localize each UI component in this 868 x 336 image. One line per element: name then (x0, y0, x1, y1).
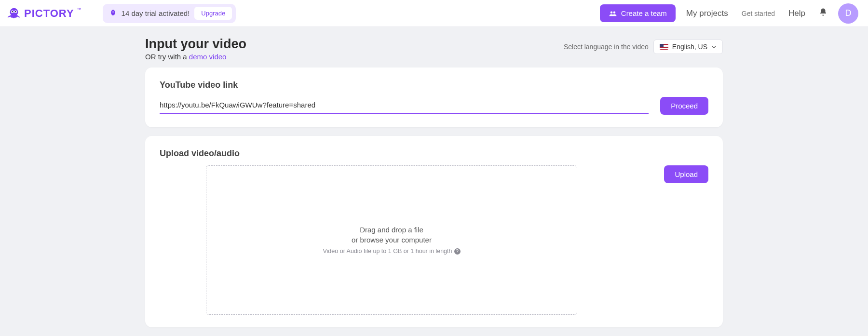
trial-text: 14 day trial activated! (122, 9, 190, 17)
upgrade-button[interactable]: Upgrade (194, 7, 232, 20)
language-row: Select language in the video English, US (564, 40, 723, 54)
create-team-button[interactable]: Create a team (600, 4, 676, 22)
user-avatar[interactable]: D (838, 3, 858, 24)
upload-card: Upload video/audio Drag and drop a file … (145, 136, 723, 327)
chevron-down-icon (711, 44, 717, 50)
rocket-icon (109, 9, 117, 18)
page-title: Input your video (145, 37, 246, 52)
language-selector[interactable]: English, US (653, 40, 723, 54)
main-content: Input your video OR try with a demo vide… (142, 37, 726, 327)
top-header: PICTORY™ 14 day trial activated! Upgrade… (0, 0, 868, 27)
nav-get-started[interactable]: Get started (739, 10, 778, 17)
dropzone-line1: Drag and drop a file (360, 226, 423, 234)
youtube-url-input[interactable] (160, 98, 649, 114)
svg-point-6 (613, 11, 616, 13)
octopus-icon (7, 6, 21, 21)
demo-video-link[interactable]: demo video (189, 53, 227, 61)
dropzone-hint: Video or Audio file up to 1 GB or 1 hour… (323, 248, 460, 255)
nav-help[interactable]: Help (786, 9, 808, 18)
svg-point-3 (12, 11, 13, 12)
team-icon (609, 10, 617, 17)
trademark: ™ (77, 7, 81, 12)
info-icon[interactable]: ? (454, 248, 461, 255)
notifications-icon[interactable] (816, 8, 830, 19)
brand-name: PICTORY (24, 7, 74, 20)
svg-point-4 (15, 11, 16, 12)
svg-point-5 (610, 11, 613, 13)
nav-my-projects[interactable]: My projects (683, 9, 731, 18)
trial-banner: 14 day trial activated! Upgrade (103, 4, 236, 23)
page-head: Input your video OR try with a demo vide… (145, 37, 723, 61)
dropzone-line2: or browse your computer (352, 236, 432, 244)
create-team-label: Create a team (621, 9, 667, 17)
upload-section-title: Upload video/audio (160, 148, 708, 159)
language-label: Select language in the video (564, 43, 649, 51)
file-dropzone[interactable]: Drag and drop a file or browse your comp… (206, 165, 577, 315)
youtube-card: YouTube video link Proceed (145, 67, 723, 127)
language-value: English, US (672, 43, 707, 51)
brand-logo[interactable]: PICTORY™ (7, 6, 81, 21)
upload-button[interactable]: Upload (664, 165, 708, 183)
us-flag-icon (660, 44, 668, 50)
page-subtitle: OR try with a demo video (145, 53, 246, 61)
youtube-section-title: YouTube video link (160, 80, 708, 90)
proceed-button[interactable]: Proceed (660, 97, 708, 115)
